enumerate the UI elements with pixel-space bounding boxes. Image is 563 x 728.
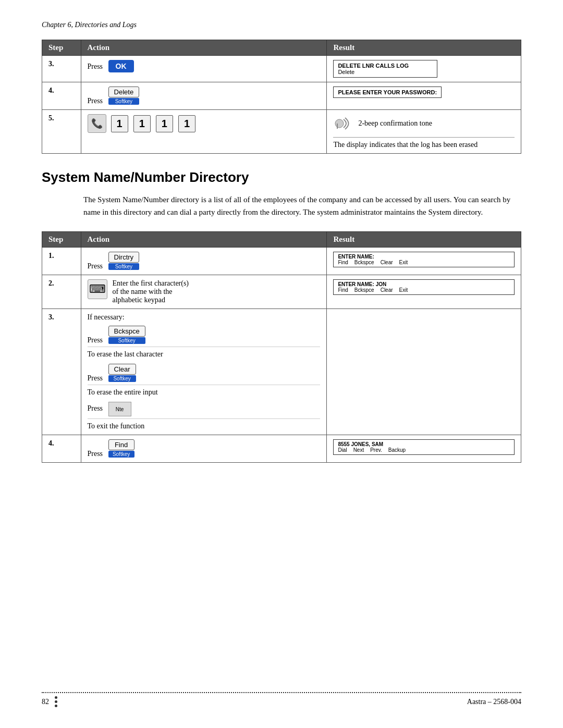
softkey-top-label: Dirctry [108, 252, 140, 263]
press-label-nte: Press [88, 404, 103, 412]
find-result-row: Dial Next Prev. Backup [338, 447, 510, 453]
enter-name-jon-box: ENTER NAME: JON Find Bckspce Clear Exit [333, 279, 515, 295]
result-cell: PLEASE ENTER YOUR PASSWORD: [327, 82, 521, 110]
action-cell: Press Delete Softkey [81, 82, 327, 110]
result-cell: ENTER NAME: Find Bckspce Clear Exit [327, 248, 521, 275]
delete-softkey[interactable]: Delete Softkey [108, 87, 140, 105]
dirctry-softkey[interactable]: Dirctry Softkey [108, 252, 140, 270]
action-press-label: Press [88, 262, 103, 270]
softkey-sub-label: Softkey [108, 375, 136, 382]
action-cell: Press Find Softkey [81, 435, 327, 463]
result-cell-empty [327, 309, 521, 435]
softkey-sub-label: Softkey [108, 337, 145, 344]
find-result-title: 8555 JONES, SAM [338, 441, 510, 447]
key-1b: 1 [133, 115, 151, 132]
result-dir-title: ENTER NAME: JON [338, 281, 510, 287]
action-cell: If necessary: Press Bckspce Softkey To e… [81, 309, 327, 435]
footer: 82 Aastra – 2568-004 [42, 692, 521, 707]
col-step-1: Step [42, 40, 81, 56]
action-press-label: Press [88, 450, 103, 458]
find-label: Find [338, 260, 348, 265]
keyboard-text-2: of the name with the [113, 288, 189, 296]
bckspce-note: To erase the last character [88, 350, 321, 359]
brand-label: Aastra – 2568-004 [467, 698, 521, 706]
step-number: 3. [42, 309, 81, 435]
softkey-sub-label: Softkey [108, 263, 140, 270]
col-step-2: Step [42, 232, 81, 248]
table-row: 3. Press OK DELETE LNR CALLS LOG Delete [42, 56, 521, 82]
table-row: 4. Press Delete Softkey PLEASE ENTER YOU… [42, 82, 521, 110]
result-cell: 8555 JONES, SAM Dial Next Prev. Backup [327, 435, 521, 463]
table-row: 4. Press Find Softkey 8555 JONES, SAM Di… [42, 435, 521, 463]
softkey-top-label: Clear [108, 364, 136, 375]
step-number: 3. [42, 56, 81, 82]
softkey-top-label: Bckspce [108, 326, 145, 337]
action-cell: Enter the first character(s) of the name… [81, 275, 327, 309]
softkey-sub-label: Softkey [108, 98, 140, 105]
softkey-sub-label: Softkey [108, 451, 134, 458]
result-title: PLEASE ENTER YOUR PASSWORD: [338, 89, 437, 95]
step-number: 4. [42, 435, 81, 463]
ok-button[interactable]: OK [108, 60, 134, 72]
result-cell: ENTER NAME: JON Find Bckspce Clear Exit [327, 275, 521, 309]
col-result-1: Result [327, 40, 521, 56]
result-cell: DELETE LNR CALLS LOG Delete [327, 56, 521, 82]
bckspce-label: Bckspce [354, 287, 374, 293]
table-row: 5. 1 1 1 1 2-beep [42, 110, 521, 154]
beep-icon [333, 114, 354, 133]
keyboard-text-3: alphabetic keypad [113, 296, 189, 304]
step-number: 5. [42, 110, 81, 154]
table-1: Step Action Result 3. Press OK DELETE LN… [42, 40, 521, 154]
result-title: DELETE LNR CALLS LOG [338, 63, 433, 69]
result-dir-row: Find Bckspce Clear Exit [338, 260, 510, 265]
clear-label: Clear [381, 287, 393, 293]
exit-label: Exit [399, 260, 408, 265]
col-action-2: Action [81, 232, 327, 248]
if-necessary-label: If necessary: [88, 313, 321, 322]
phone-icon [88, 114, 106, 133]
footer-dots-decoration [55, 696, 57, 707]
key-1d: 1 [178, 115, 195, 132]
nte-icon[interactable]: Nte [108, 402, 131, 416]
step-number: 2. [42, 275, 81, 309]
clear-softkey[interactable]: Clear Softkey [108, 364, 136, 382]
keyboard-icon [88, 279, 107, 299]
find-label: Find [338, 287, 348, 293]
next-label: Next [353, 447, 364, 453]
key-1c: 1 [156, 115, 173, 132]
prev-label: Prev. [370, 447, 382, 453]
bckspce-label: Bckspce [354, 260, 374, 265]
result-dir-title: ENTER NAME: [338, 254, 510, 260]
result-dir-row: Find Bckspce Clear Exit [338, 287, 510, 293]
nte-note: To exit the function [88, 422, 321, 430]
find-softkey[interactable]: Find Softkey [108, 439, 134, 458]
col-result-2: Result [327, 232, 521, 248]
table-row: 1. Press Dirctry Softkey ENTER NAME: Fin… [42, 248, 521, 275]
step-number: 1. [42, 248, 81, 275]
step-number: 4. [42, 82, 81, 110]
softkey-top-label: Delete [108, 87, 140, 97]
action-cell: Press OK [81, 56, 327, 82]
action-press-label: Press [88, 97, 103, 105]
result-display-box: PLEASE ENTER YOUR PASSWORD: [333, 87, 442, 98]
action-cell: Press Dirctry Softkey [81, 248, 327, 275]
bckspce-softkey[interactable]: Bckspce Softkey [108, 326, 145, 344]
page-number: 82 [42, 698, 49, 706]
result-sub: Delete [338, 69, 433, 75]
exit-label: Exit [399, 287, 408, 293]
section-heading: System Name/Number Directory [42, 169, 521, 186]
table-row: 2. Enter the first character(s) of the n… [42, 275, 521, 309]
softkey-top-label: Find [108, 439, 134, 450]
col-action-1: Action [81, 40, 327, 56]
clear-label: Clear [381, 260, 393, 265]
action-press-label: Press [88, 63, 103, 70]
result-display-box: DELETE LNR CALLS LOG Delete [333, 60, 437, 78]
enter-name-box: ENTER NAME: Find Bckspce Clear Exit [333, 252, 515, 267]
action-cell: 1 1 1 1 [81, 110, 327, 154]
beep-text: 2-beep confirmation tone [358, 119, 432, 128]
table-2: Step Action Result 1. Press Dirctry Soft… [42, 231, 521, 463]
table-row: 3. If necessary: Press Bckspce Softkey T… [42, 309, 521, 435]
clear-note: To erase the entire input [88, 388, 321, 397]
keyboard-instruction: Enter the first character(s) of the name… [113, 279, 189, 304]
result-cell: 2-beep confirmation tone The display ind… [327, 110, 521, 154]
